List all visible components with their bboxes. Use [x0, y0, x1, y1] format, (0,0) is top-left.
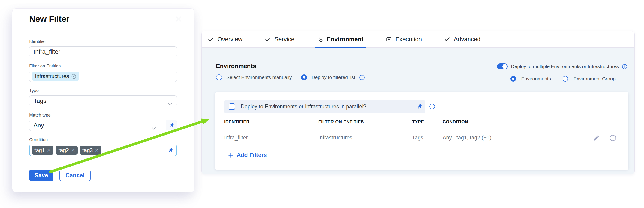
multi-deploy-toggle[interactable]: [497, 64, 508, 70]
type-label: Type: [29, 88, 177, 93]
match-type-value: Any: [34, 122, 44, 129]
check-icon: [265, 36, 271, 42]
condition-tags-input[interactable]: tag1 ✕ tag2 ✕ tag3 ✕: [29, 144, 177, 156]
add-filters-label: Add Filters: [236, 152, 267, 158]
tab-overview[interactable]: Overview: [208, 31, 242, 48]
radio-environment-group[interactable]: [562, 76, 568, 82]
condition-chip-label: tag1: [34, 147, 45, 154]
condition-chip[interactable]: tag2 ✕: [56, 146, 77, 155]
dialog-actions: Save Cancel: [29, 170, 90, 181]
execution-play-icon: [386, 36, 392, 42]
info-icon[interactable]: [622, 64, 627, 69]
type-field-label-row: Type: [29, 88, 177, 93]
radio-deploy-filtered-list[interactable]: [301, 74, 307, 80]
pin-toggle-button[interactable]: [166, 120, 177, 130]
dialog-title: New Filter: [29, 14, 70, 24]
identifier-field-label-row: Identifier: [29, 39, 177, 44]
column-header: TYPE: [412, 119, 442, 124]
text-cursor: [104, 147, 104, 154]
remove-minus-circle-icon[interactable]: [610, 134, 616, 142]
condition-label: Condition: [29, 137, 177, 142]
close-icon[interactable]: [174, 15, 183, 24]
cell-filter-on-entities: Infrastructures: [318, 134, 412, 141]
check-icon: [444, 36, 450, 42]
cell-condition: Any - tag1, tag2 (+1): [442, 134, 594, 141]
cell-type: Tags: [412, 134, 442, 141]
type-select[interactable]: Tags: [29, 96, 177, 106]
condition-field-label-row: Condition: [29, 137, 177, 142]
condition-chip-label: tag3: [82, 147, 93, 154]
entities-input[interactable]: Infrastructures: [29, 71, 177, 82]
parallel-checkbox[interactable]: [229, 103, 235, 110]
deploy-mode-radio-group: Select Environments manually Deploy to f…: [216, 74, 365, 80]
identifier-value: Infra_filter: [34, 48, 60, 55]
multi-deploy-toggle-row: Deploy to multiple Environments or Infra…: [497, 64, 627, 70]
pin-icon: [168, 148, 174, 153]
pin-toggle-button[interactable]: [168, 148, 174, 155]
type-value: Tags: [34, 97, 46, 104]
stage-tabs: Overview Service Environment: [202, 31, 634, 48]
tab-label: Service: [274, 36, 294, 43]
chevron-down-icon: [152, 124, 156, 131]
condition-chip[interactable]: tag3 ✕: [80, 146, 102, 155]
chip-remove-icon[interactable]: ✕: [95, 148, 99, 153]
section-heading: Environments: [216, 62, 256, 70]
add-filters-button[interactable]: Add Filters: [228, 152, 267, 158]
parallel-checkbox-label: Deploy to Environments or Infrastructure…: [241, 104, 366, 110]
match-type-field-label-row: Match type: [29, 112, 177, 118]
chip-remove-icon[interactable]: ✕: [47, 148, 51, 153]
pipeline-stage-panel: Overview Service Environment: [202, 31, 634, 174]
check-icon: [208, 36, 214, 42]
radio-label: Environments: [521, 76, 551, 82]
table-row: Infra_filter Infrastructures Tags Any - …: [224, 134, 594, 141]
info-icon[interactable]: [429, 104, 435, 110]
tab-environment[interactable]: Environment: [317, 31, 364, 48]
toggle-label: Deploy to multiple Environments or Infra…: [511, 64, 619, 69]
tab-label: Environment: [327, 36, 364, 43]
target-radio-group: Environments Environment Group: [510, 76, 616, 82]
tab-execution[interactable]: Execution: [386, 31, 422, 48]
info-icon[interactable]: [359, 74, 365, 80]
condition-chip-label: tag2: [58, 147, 69, 154]
filters-table-header: IDENTIFIER FILTER ON ENTITIES TYPE CONDI…: [224, 119, 594, 124]
match-type-label: Match type: [29, 112, 177, 118]
filtered-list-card: Deploy to Environments or Infrastructure…: [215, 92, 628, 170]
cancel-button[interactable]: Cancel: [60, 170, 90, 181]
identifier-label: Identifier: [29, 39, 177, 44]
pin-toggle-button[interactable]: [414, 104, 425, 110]
identifier-input[interactable]: Infra_filter: [29, 46, 177, 57]
page: New Filter Identifier Infra_filter Filte…: [0, 0, 644, 208]
cell-identifier: Infra_filter: [224, 134, 318, 141]
environment-tab-content: Environments Select Environments manuall…: [202, 48, 634, 174]
plus-icon: [228, 152, 234, 158]
tab-advanced[interactable]: Advanced: [444, 31, 480, 48]
column-header: FILTER ON ENTITIES: [318, 119, 412, 124]
pin-icon: [169, 122, 174, 128]
radio-label: Select Environments manually: [226, 74, 292, 80]
edit-pencil-icon[interactable]: [593, 134, 600, 142]
entities-field-label-row: Filter on Entities: [29, 64, 177, 68]
tab-label: Overview: [217, 36, 242, 43]
save-button[interactable]: Save: [29, 170, 54, 181]
entities-chip-label: Infrastructures: [35, 73, 69, 80]
match-type-select[interactable]: Any: [29, 120, 177, 131]
radio-environments[interactable]: [510, 76, 516, 82]
chip-remove-icon[interactable]: [71, 74, 76, 79]
column-header: IDENTIFIER: [224, 119, 318, 124]
tab-label: Advanced: [454, 36, 480, 43]
tab-label: Execution: [396, 36, 422, 43]
radio-label: Deploy to filtered list: [311, 74, 355, 80]
environment-hexagons-icon: [317, 36, 323, 42]
radio-label: Environment Group: [574, 76, 616, 82]
tab-service[interactable]: Service: [265, 31, 294, 48]
chevron-down-icon: [168, 100, 172, 107]
entities-label: Filter on Entities: [29, 64, 177, 68]
condition-chip[interactable]: tag1 ✕: [32, 146, 54, 155]
column-header: CONDITION: [442, 119, 594, 124]
radio-select-manually[interactable]: [216, 74, 222, 80]
chip-remove-icon[interactable]: ✕: [71, 148, 75, 153]
parallel-checkbox-bar: Deploy to Environments or Infrastructure…: [224, 100, 425, 113]
pin-icon: [416, 104, 422, 110]
new-filter-dialog: New Filter Identifier Infra_filter Filte…: [12, 8, 194, 192]
entities-chip[interactable]: Infrastructures: [32, 72, 79, 80]
